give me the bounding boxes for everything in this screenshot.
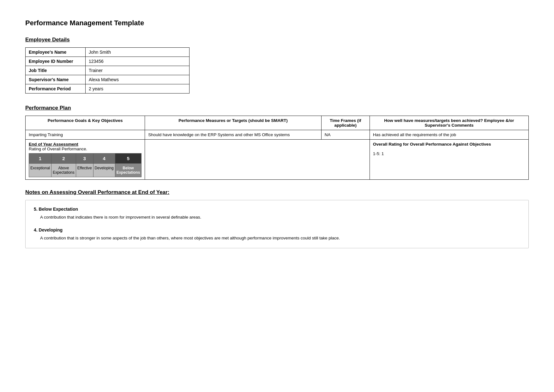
eoy-measures-placeholder: [145, 140, 370, 180]
eoy-numbers-row: 12345: [29, 154, 142, 164]
eoy-num-1: 1: [29, 154, 51, 164]
employee-field-label: Job Title: [26, 66, 86, 75]
employee-field-value: John Smith: [86, 48, 190, 57]
eoy-num-4: 4: [93, 154, 115, 164]
employee-field-label: Employee ID Number: [26, 57, 86, 66]
employee-field-value: 2 years: [86, 84, 190, 93]
header-goals: Performance Goals & Key Objectives: [26, 116, 145, 130]
perf-goals: Imparting Training: [26, 130, 145, 140]
performance-plan-title: Performance Plan: [25, 105, 529, 111]
employee-field-value: Trainer: [86, 66, 190, 75]
main-title: Performance Management Template: [25, 19, 529, 27]
employee-field-label: Performance Period: [26, 84, 86, 93]
note-heading: 4. Developing: [34, 227, 520, 232]
employee-field-value: 123456: [86, 57, 190, 66]
eoy-num-2: 2: [51, 154, 76, 164]
employee-field-label: Employee's Name: [26, 48, 86, 57]
note-heading: 5. Below Expectation: [34, 207, 520, 212]
perf-table-header-row: Performance Goals & Key Objectives Perfo…: [26, 116, 529, 130]
performance-plan-table: Performance Goals & Key Objectives Perfo…: [25, 116, 529, 180]
eoy-sublabel: Rating of Overall Performance.: [29, 147, 87, 151]
employee-table-row: Supervisor's Name Alexa Mathews: [26, 75, 190, 84]
eoy-labels-row: ExceptionalAbove ExpectationsEffectiveDe…: [29, 164, 142, 177]
perf-measures: Should have knowledge on the ERP Systems…: [145, 130, 321, 140]
notes-section: Notes on Assessing Overall Performance a…: [25, 189, 529, 248]
header-measures: Performance Measures or Targets (should …: [145, 116, 321, 130]
eoy-label-5: Below Expectations: [115, 164, 142, 177]
eoy-row: End of Year Assessment Rating of Overall…: [26, 140, 529, 180]
note-item: 4. Developing A contribution that is str…: [34, 227, 520, 241]
eoy-left-cell: End of Year Assessment Rating of Overall…: [26, 140, 145, 180]
employee-table-row: Performance Period 2 years: [26, 84, 190, 93]
eoy-label-1: Exceptional: [29, 164, 51, 177]
header-timeframes: Time Frames (if applicable): [321, 116, 370, 130]
eoy-label-2: Above Expectations: [51, 164, 76, 177]
employee-table-row: Employee's Name John Smith: [26, 48, 190, 57]
eoy-rating-value: 1-5: 1: [373, 151, 384, 156]
employee-details-table: Employee's Name John Smith Employee ID N…: [25, 47, 190, 93]
eoy-label-4: Developing: [93, 164, 115, 177]
employee-table-row: Job Title Trainer: [26, 66, 190, 75]
header-achieved: How well have measures/targets been achi…: [370, 116, 528, 130]
note-item: 5. Below Expectation A contribution that…: [34, 207, 520, 220]
perf-achieved: Has achieved all the requirements of the…: [370, 130, 528, 140]
eoy-label-3: Effective: [76, 164, 93, 177]
notes-section-title: Notes on Assessing Overall Performance a…: [25, 189, 529, 196]
perf-table-row: Imparting Training Should have knowledge…: [26, 130, 529, 140]
note-body: A contribution that indicates there is r…: [40, 214, 520, 220]
employee-details-section: Employee Details Employee's Name John Sm…: [25, 37, 529, 93]
note-body: A contribution that is stronger in some …: [40, 235, 520, 241]
employee-table-row: Employee ID Number 123456: [26, 57, 190, 66]
eoy-overall-rating-cell: Overall Rating for Overall Performance A…: [370, 140, 528, 180]
eoy-num-5: 5: [115, 154, 142, 164]
perf-timeframes: NA: [321, 130, 370, 140]
notes-container: 5. Below Expectation A contribution that…: [25, 200, 529, 248]
employee-field-value: Alexa Mathews: [86, 75, 190, 84]
employee-field-label: Supervisor's Name: [26, 75, 86, 84]
employee-details-title: Employee Details: [25, 37, 529, 43]
eoy-num-3: 3: [76, 154, 93, 164]
performance-plan-section: Performance Plan Performance Goals & Key…: [25, 105, 529, 180]
eoy-rating-table: 12345 ExceptionalAbove ExpectationsEffec…: [29, 153, 142, 177]
eoy-overall-label: Overall Rating for Overall Performance A…: [373, 142, 491, 147]
eoy-section-label: End of Year Assessment: [29, 142, 78, 147]
